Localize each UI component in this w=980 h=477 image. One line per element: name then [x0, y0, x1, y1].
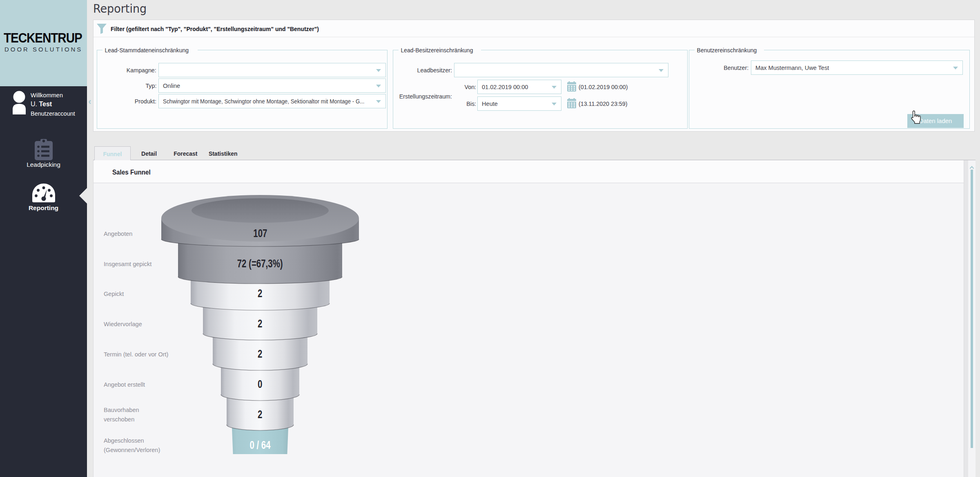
fieldset-legend: Lead-Stammdateneinschränkung: [102, 47, 191, 54]
vertical-scrollbar[interactable]: [968, 160, 976, 477]
funnel-stage-label: Gepickt: [104, 289, 124, 298]
typ-select[interactable]: Online: [158, 78, 386, 93]
sidebar-item-label: Reporting: [0, 204, 87, 212]
benutzer-label: Benutzer:: [724, 64, 748, 71]
kampagne-label: Kampagne:: [127, 67, 156, 74]
logo-subtitle-text: DOOR SOLUTIONS: [4, 46, 82, 53]
tab-forecast[interactable]: Forecast: [168, 146, 203, 160]
fieldset-legend: Benutzereinschränkung: [695, 47, 759, 54]
user-role: Benutzeraccount: [31, 110, 75, 117]
bis-date-select[interactable]: Heute: [477, 96, 561, 111]
funnel-stage-label: Insgesamt gepickt: [104, 259, 151, 269]
chevron-down-icon: [376, 100, 381, 103]
active-item-pointer: [79, 188, 87, 204]
sidebar-item-reporting[interactable]: Reporting: [0, 183, 87, 214]
sales-funnel-chart: [94, 160, 624, 454]
company-logo: TECKENTRUP DOOR SOLUTIONS: [0, 0, 87, 86]
leadbesitzer-label: Leadbesitzer:: [417, 67, 452, 74]
bis-label: Bis:: [466, 100, 476, 107]
erstellungszeitraum-label: Erstellungszeitraum:: [399, 93, 452, 100]
kampagne-select[interactable]: [158, 63, 386, 77]
chevron-down-icon: [552, 103, 557, 105]
tab-funnel[interactable]: Funnel: [94, 146, 131, 160]
funnel-stage-value: 2: [199, 347, 321, 361]
fieldset-lead-stammdaten: Lead-Stammdateneinschränkung Kampagne: T…: [97, 47, 388, 129]
scroll-gap: [964, 160, 968, 477]
funnel-top-hole: [192, 198, 329, 223]
von-hint: (01.02.2019 00:00): [579, 80, 628, 94]
main-area: Reporting Filter (gefiltert nach "Typ", …: [87, 0, 980, 477]
tab-statistiken[interactable]: Statistiken: [204, 146, 242, 160]
filter-header: Filter (gefiltert nach "Typ", "Produkt",…: [94, 20, 974, 37]
user-icon: [9, 90, 29, 116]
page-title: Reporting: [93, 2, 147, 16]
chevron-down-icon: [552, 86, 557, 89]
fieldset-lead-besitzer: Lead-Besitzereinschränkung Leadbesitzer:…: [393, 47, 688, 129]
calendar-icon[interactable]: [567, 81, 576, 93]
gauge-icon: [32, 197, 56, 204]
chevron-down-icon: [659, 69, 664, 72]
sidebar: TECKENTRUP DOOR SOLUTIONS Willkommen U. …: [0, 0, 87, 477]
user-account[interactable]: Willkommen U. Test Benutzeraccount: [0, 89, 87, 118]
bis-hint: (13.11.2020 23:59): [579, 96, 627, 111]
von-label: Von:: [464, 83, 476, 90]
leadbesitzer-select[interactable]: [454, 63, 668, 77]
calendar-icon[interactable]: [567, 98, 576, 110]
funnel-tab-content: Sales Funnel AngebotenInsgesamt gepicktG…: [93, 160, 964, 477]
sidebar-item-leadpicking[interactable]: Leadpicking: [0, 139, 87, 172]
funnel-filter-icon: [96, 23, 107, 36]
user-name: U. Test: [31, 101, 52, 108]
chevron-down-icon: [376, 69, 381, 72]
funnel-stage-label: Termin (tel. oder vor Ort): [104, 349, 168, 359]
fieldset-legend: Lead-Besitzereinschränkung: [399, 47, 475, 54]
funnel-stage-value: 0 / 64: [199, 439, 321, 452]
funnel-stage-value: 107: [199, 227, 321, 240]
funnel-stage-label: Angeboten: [104, 229, 132, 238]
scrollbar-thumb[interactable]: [971, 170, 973, 448]
filter-title: Filter (gefiltert nach "Typ", "Produkt",…: [111, 20, 319, 37]
produkt-label: Produkt:: [135, 98, 156, 105]
fieldset-benutzer: Benutzereinschränkung Benutzer: Max Must…: [689, 47, 970, 129]
typ-label: Typ:: [145, 82, 156, 89]
von-date-select[interactable]: 01.02.2019 00:00: [477, 80, 561, 94]
funnel-stage-value: 2: [199, 408, 321, 421]
user-greeting: Willkommen: [31, 92, 63, 99]
funnel-stage-value: 72 (=67,3%): [199, 257, 321, 270]
sidebar-item-label: Leadpicking: [0, 161, 87, 168]
clipboard-list-icon: [0, 139, 87, 161]
funnel-stage-label: Wiedervorlage: [104, 319, 142, 329]
chevron-down-icon: [953, 67, 958, 69]
funnel-stage-value: 2: [199, 287, 321, 300]
logo-brand-text: TECKENTRUP: [4, 30, 82, 46]
funnel-stage-label: Angebot erstellt: [104, 380, 145, 389]
funnel-stage-value: 2: [199, 317, 321, 330]
produkt-select[interactable]: Schwingtor mit Montage, Schwingtor ohne …: [158, 94, 386, 108]
funnel-stage-label: Abgeschlossen (Gewonnen/Verloren): [104, 436, 160, 455]
filter-panel: Filter (gefiltert nach "Typ", "Produkt",…: [93, 20, 975, 132]
funnel-stage-label: Bauvorhaben verschoben: [104, 405, 139, 424]
funnel-stage-value: 0: [199, 378, 321, 391]
tab-detail[interactable]: Detail: [134, 146, 165, 160]
chevron-down-icon: [376, 85, 381, 87]
benutzer-select[interactable]: Max Mustermann, Uwe Test: [751, 60, 963, 75]
mouse-cursor-hand: [911, 110, 921, 126]
